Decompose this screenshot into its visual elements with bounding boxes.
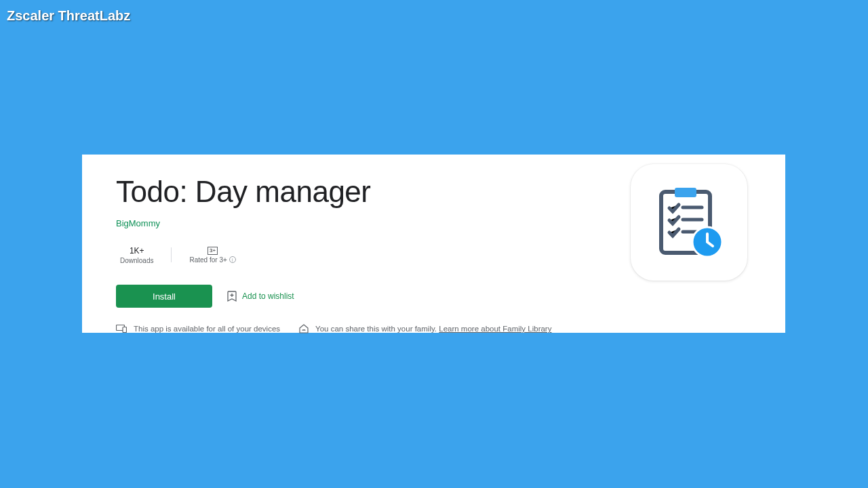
watermark-text: Zscaler ThreatLabz [7,8,130,24]
availability-info: This app is available for all of your de… [116,325,280,333]
info-icon[interactable]: i [229,256,236,263]
availability-text: This app is available for all of your de… [134,325,280,333]
actions-row: Install Add to wishlist [116,285,751,308]
svg-rect-1 [123,327,127,333]
downloads-value: 1K+ [130,246,144,256]
rating-box-icon: 3+ [208,247,218,255]
clipboard-clock-icon [652,185,726,260]
bookmark-add-icon [227,291,237,302]
info-row: This app is available for all of your de… [116,324,751,333]
downloads-label: Downloads [120,257,153,264]
wishlist-label: Add to wishlist [242,291,294,301]
rating-stat: 3+ Rated for 3+ i [172,247,253,264]
devices-icon [116,325,127,333]
family-text: You can share this with your family. Lea… [315,325,551,333]
rating-badge: 3+ [208,247,218,255]
app-listing-card: Todo: Day manager BigMommy 1K+ Downloads… [82,155,785,333]
downloads-stat: 1K+ Downloads [116,246,171,264]
add-to-wishlist-button[interactable]: Add to wishlist [227,291,294,302]
developer-link[interactable]: BigMommy [116,218,160,228]
install-button[interactable]: Install [116,285,212,308]
svg-rect-3 [675,188,696,197]
rating-label: Rated for 3+ i [189,256,235,264]
app-icon [631,164,747,281]
family-home-icon [299,324,309,333]
family-info: You can share this with your family. Lea… [299,324,551,333]
family-library-link[interactable]: Learn more about Family Library [439,325,551,333]
